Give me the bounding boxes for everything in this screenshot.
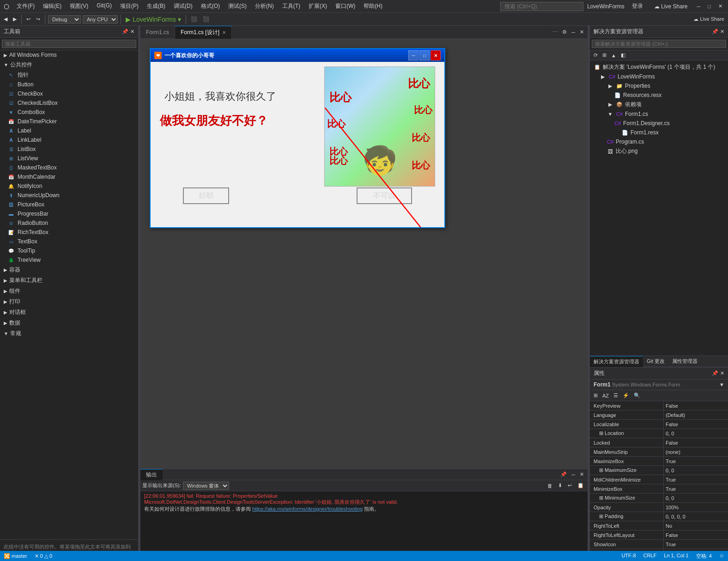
form-close-btn[interactable]: ✕	[431, 50, 441, 60]
output-clear-btn[interactable]: 🗑	[546, 482, 554, 489]
btn-yes[interactable]: 好耶	[183, 187, 229, 204]
toolbox-close-btn[interactable]: ✕	[130, 29, 134, 35]
output-copy-btn[interactable]: 📋	[576, 482, 586, 489]
toolbox-item-listbox[interactable]: ☰ ListBox	[4, 145, 138, 154]
prop-value-rtllayout[interactable]: False	[664, 531, 728, 539]
toolbox-item-checkedlistbox[interactable]: ☑ CheckedListBox	[4, 98, 138, 108]
redo-btn[interactable]: ↪	[34, 15, 42, 23]
prop-value-locked[interactable]: False	[664, 438, 728, 447]
se-item-project[interactable]: ▶ C# LoveWinForms	[590, 72, 728, 81]
toolbox-item-radiobutton[interactable]: ⊙ RadioButton	[4, 218, 138, 228]
toolbox-category-data[interactable]: ▶ 数据	[0, 318, 138, 328]
toolbox-item-progressbar[interactable]: ▬ ProgressBar	[4, 209, 138, 218]
se-item-solution[interactable]: 📋 解决方案 'LoveWinForms' (1 个项目，共 1 个)	[590, 62, 728, 72]
status-feedback[interactable]: ☺	[719, 553, 724, 560]
login-btn[interactable]: 登录	[628, 1, 647, 11]
se-tab-solution[interactable]: 解决方案资源管理器	[590, 356, 643, 367]
menu-tools[interactable]: 工具(T)	[279, 1, 304, 11]
prop-value-minsize[interactable]: 0, 0	[664, 494, 728, 502]
se-item-resources[interactable]: 📄 Resources.resx	[590, 90, 728, 100]
toolbox-item-treeview[interactable]: 🌲 TreeView	[4, 255, 138, 265]
live-share-btn[interactable]: ☁ Live Share	[650, 2, 692, 11]
menu-build[interactable]: 生成(B)	[143, 1, 169, 11]
se-item-form1resx[interactable]: 📄 Form1.resx	[590, 128, 728, 137]
toolbox-item-richtextbox[interactable]: 📝 RichTextBox	[4, 228, 138, 237]
se-toolbar-collapse[interactable]: ▲	[609, 51, 618, 59]
menu-format[interactable]: 格式(O)	[197, 1, 224, 11]
menu-debug[interactable]: 调试(D)	[170, 1, 196, 11]
toolbar-extra-1[interactable]: ⬛	[189, 15, 199, 23]
toolbox-item-tooltip[interactable]: 💬 ToolTip	[4, 246, 138, 255]
prop-value-mainmenu[interactable]: (none)	[664, 447, 728, 456]
undo-btn[interactable]: ↩	[24, 15, 32, 23]
prop-object-dropdown[interactable]: ▼	[719, 382, 724, 387]
run-button[interactable]: ▶ LoveWinForms ▾	[124, 16, 183, 23]
prop-properties-btn[interactable]: ☰	[612, 392, 620, 399]
prop-value-showicon[interactable]: True	[664, 540, 728, 549]
se-pin-btn[interactable]: 📌	[712, 29, 718, 35]
tab-form1-designer[interactable]: Form1.cs [设计] ✕	[175, 26, 232, 39]
prop-sort-cat-btn[interactable]: ⊞	[592, 392, 600, 399]
toolbox-item-picturebox[interactable]: 🖼 PictureBox	[4, 200, 138, 209]
tab-close-icon[interactable]: ✕	[222, 30, 226, 35]
toolbox-item-pointer[interactable]: ↖ 指针	[4, 70, 138, 80]
form-minimize-btn[interactable]: ─	[408, 50, 419, 60]
menu-git[interactable]: Git(G)	[93, 1, 115, 11]
output-help-link[interactable]: https://aka.ms/winforms/designer/trouble…	[252, 506, 363, 512]
menu-help[interactable]: 帮助(H)	[360, 1, 386, 11]
se-search-input[interactable]	[592, 40, 726, 48]
toolbox-item-button[interactable]: □ Button	[4, 80, 138, 89]
se-toolbar-sync[interactable]: ⟳	[592, 51, 600, 59]
menu-edit[interactable]: 编辑(E)	[39, 1, 65, 11]
toolbox-category-all-winforms[interactable]: ▶ All Windows Forms	[0, 50, 138, 60]
menu-file[interactable]: 文件(F)	[13, 1, 38, 11]
prop-value-maxsize[interactable]: 0, 0	[664, 466, 728, 475]
close-window-btn[interactable]: ✕	[716, 2, 724, 10]
toolbox-item-maskedtextbox[interactable]: () MaskedTextBox	[4, 163, 138, 172]
prop-value-maximizebox[interactable]: True	[664, 457, 728, 465]
menu-analyze[interactable]: 分析(N)	[251, 1, 278, 11]
tab-form1-cs[interactable]: Form1.cs	[140, 26, 175, 39]
output-tab-output[interactable]: 输出	[140, 469, 163, 480]
toolbox-category-menus[interactable]: ▶ 菜单和工具栏	[0, 275, 138, 286]
toolbox-item-monthcalendar[interactable]: 📅 MonthCalendar	[4, 172, 138, 181]
cpu-select[interactable]: Any CPU x64	[83, 15, 118, 24]
prop-value-localizable[interactable]: False	[664, 420, 728, 428]
toolbox-item-notifyicon[interactable]: 🔔 NotifyIcon	[4, 181, 138, 191]
status-repo[interactable]: 🔀 master	[4, 553, 27, 559]
se-toolbar-filter[interactable]: ⊞	[601, 51, 608, 59]
toolbox-search-input[interactable]	[2, 40, 136, 48]
tab-menu-btn[interactable]: ⋯	[551, 28, 559, 36]
toolbox-category-dialogs[interactable]: ▶ 对话框	[0, 307, 138, 318]
toolbox-item-label[interactable]: A Label	[4, 126, 138, 135]
se-item-form1designer[interactable]: C# Form1.Designer.cs	[590, 119, 728, 128]
back-btn[interactable]: ◀	[2, 15, 9, 23]
form-maximize-btn[interactable]: □	[419, 50, 430, 60]
prop-pin-btn[interactable]: 📌	[712, 370, 718, 376]
toolbox-item-numericupdown[interactable]: ⬆ NumericUpDown	[4, 191, 138, 200]
prop-value-opacity[interactable]: 100%	[664, 503, 728, 512]
toolbox-item-linklabel[interactable]: A LinkLabel	[4, 135, 138, 145]
btn-no[interactable]: 不可以	[357, 187, 412, 204]
se-tab-prop-mgr[interactable]: 属性管理器	[668, 356, 701, 367]
prop-value-rtl[interactable]: No	[664, 521, 728, 530]
se-toolbar-views[interactable]: ◧	[619, 51, 627, 59]
toolbox-category-general[interactable]: ▼ 常规	[0, 328, 138, 339]
se-item-properties[interactable]: ▶ 📁 Properties	[590, 81, 728, 90]
output-source-select[interactable]: Windows 窗体	[183, 482, 229, 490]
menu-test[interactable]: 测试(S)	[224, 1, 250, 11]
maximize-window-btn[interactable]: □	[706, 3, 713, 10]
prop-sort-alpha-btn[interactable]: AZ	[601, 392, 611, 399]
output-pin-btn[interactable]: 📌	[558, 471, 569, 478]
minimize-window-btn[interactable]: ─	[695, 3, 703, 10]
toolbox-category-print[interactable]: ▶ 打印	[0, 296, 138, 307]
toolbox-item-checkbox[interactable]: ☑ CheckBox	[4, 89, 138, 98]
status-errors[interactable]: ✕ 0 △ 0	[35, 553, 52, 559]
menu-extensions[interactable]: 扩展(X)	[305, 1, 331, 11]
global-search-input[interactable]	[500, 2, 583, 11]
forward-btn[interactable]: ▶	[11, 15, 18, 23]
prop-value-language[interactable]: (Default)	[664, 410, 728, 419]
live-share-toolbar-btn[interactable]: ☁ Live Share	[692, 15, 726, 23]
prop-value-padding[interactable]: 0, 0, 0, 0	[664, 512, 728, 521]
editor-minimize-btn[interactable]: ─	[570, 29, 577, 36]
